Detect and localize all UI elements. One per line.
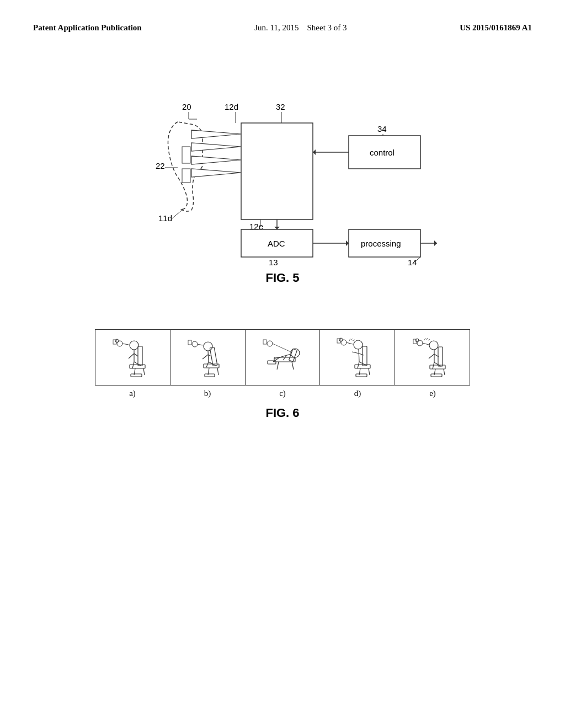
svg-line-85 xyxy=(426,338,428,340)
fig6-cell-e xyxy=(395,330,470,385)
svg-line-18 xyxy=(132,362,134,368)
svg-line-72 xyxy=(444,369,445,375)
svg-rect-51 xyxy=(363,346,367,366)
fig6-cell-b xyxy=(170,330,246,385)
label-14: 14 xyxy=(408,258,417,267)
fig6-cell-a xyxy=(95,330,170,385)
fig6-cell-labels: a) b) c) d) e) xyxy=(95,389,470,398)
date-sheet: Jun. 11, 2015 Sheet 3 of 3 xyxy=(254,23,347,32)
svg-rect-10 xyxy=(130,365,145,368)
main-box-32 xyxy=(241,123,313,220)
header-right: US 2015/0161869 A1 xyxy=(460,22,532,34)
fig6-grid xyxy=(95,329,470,386)
svg-line-5 xyxy=(172,209,183,218)
svg-line-84 xyxy=(424,338,425,340)
svg-point-80 xyxy=(417,340,423,346)
fig6-image-c xyxy=(258,335,307,379)
svg-line-86 xyxy=(428,339,430,340)
fig6-image-b xyxy=(183,335,232,379)
svg-rect-42 xyxy=(268,361,276,364)
fig6-cell-d xyxy=(320,330,395,385)
svg-rect-70 xyxy=(430,365,445,369)
svg-line-34 xyxy=(209,362,215,365)
svg-line-12 xyxy=(143,368,145,375)
svg-line-36 xyxy=(198,344,202,345)
svg-point-29 xyxy=(204,342,212,351)
svg-rect-13 xyxy=(131,374,142,377)
arrow-out xyxy=(434,240,437,246)
label-13: 13 xyxy=(269,258,278,267)
beam-1 xyxy=(191,130,241,138)
fig6-image-e xyxy=(408,335,457,379)
svg-point-62 xyxy=(341,340,347,345)
fig6-section: a) b) c) d) e) FIG. 6 xyxy=(0,329,565,420)
svg-line-63 xyxy=(347,342,353,344)
beam-2 xyxy=(191,143,241,151)
fig6-label-a: a) xyxy=(95,389,170,398)
svg-point-35 xyxy=(192,341,198,347)
svg-line-16 xyxy=(129,354,134,358)
svg-line-54 xyxy=(369,368,370,375)
fig6-image-d xyxy=(333,335,382,379)
label-12d: 12d xyxy=(225,102,238,111)
header-left: Patent Application Publication xyxy=(33,22,142,34)
detector-1 xyxy=(182,147,190,163)
fig6-label-c: c) xyxy=(245,389,320,398)
svg-line-21 xyxy=(122,344,129,345)
svg-line-27 xyxy=(217,368,218,375)
svg-line-67 xyxy=(351,339,353,340)
control-label: control xyxy=(370,148,395,157)
svg-line-30 xyxy=(208,351,209,362)
svg-rect-39 xyxy=(289,349,297,361)
svg-line-59 xyxy=(359,354,364,355)
fig5-title: FIG. 5 xyxy=(265,271,299,285)
svg-line-79 xyxy=(434,362,441,366)
patent-number: US 2015/0161869 A1 xyxy=(460,23,532,32)
fig6-image-a xyxy=(108,335,157,379)
svg-line-31 xyxy=(202,355,208,359)
svg-point-20 xyxy=(117,341,122,346)
label-11d: 11d xyxy=(158,213,172,223)
svg-line-17 xyxy=(134,354,138,356)
svg-line-57 xyxy=(359,349,359,362)
beam-4 xyxy=(191,169,241,177)
beam-3 xyxy=(191,156,241,164)
svg-line-19 xyxy=(134,362,141,366)
svg-line-40 xyxy=(277,362,279,370)
label-20: 20 xyxy=(182,102,191,111)
svg-line-58 xyxy=(352,352,359,354)
svg-line-81 xyxy=(423,343,429,345)
header-center: Jun. 11, 2015 Sheet 3 of 3 xyxy=(254,22,347,34)
svg-rect-55 xyxy=(356,374,367,377)
svg-line-76 xyxy=(429,354,434,358)
svg-rect-50 xyxy=(263,340,266,344)
svg-point-14 xyxy=(130,341,138,350)
svg-rect-37 xyxy=(188,340,191,345)
svg-line-33 xyxy=(206,362,209,367)
svg-rect-73 xyxy=(431,374,442,377)
fig5-section: 20 12d 32 22 11d 12e xyxy=(0,67,565,285)
svg-point-56 xyxy=(354,340,363,349)
fig6-label-d: d) xyxy=(320,389,395,398)
fig6-title: FIG. 6 xyxy=(0,406,565,420)
page-header: Patent Application Publication Jun. 11, … xyxy=(0,0,565,34)
adc-label: ADC xyxy=(268,239,285,248)
fig5-diagram: 20 12d 32 22 11d 12e xyxy=(100,67,465,265)
svg-point-74 xyxy=(429,341,438,350)
svg-line-68 xyxy=(353,340,355,341)
svg-line-49 xyxy=(273,344,291,352)
fig6-label-b: b) xyxy=(170,389,245,398)
label-32: 32 xyxy=(276,102,285,111)
svg-rect-9 xyxy=(138,346,142,366)
processing-label: processing xyxy=(361,239,401,248)
svg-line-41 xyxy=(292,362,294,370)
label-34: 34 xyxy=(377,124,387,133)
svg-point-48 xyxy=(267,341,273,346)
svg-line-78 xyxy=(433,362,434,369)
publication-title: Patent Application Publication xyxy=(33,23,142,32)
svg-line-66 xyxy=(349,339,350,341)
detector-2 xyxy=(182,169,190,183)
svg-rect-25 xyxy=(204,364,219,368)
svg-rect-28 xyxy=(205,374,215,377)
label-22: 22 xyxy=(156,161,165,170)
